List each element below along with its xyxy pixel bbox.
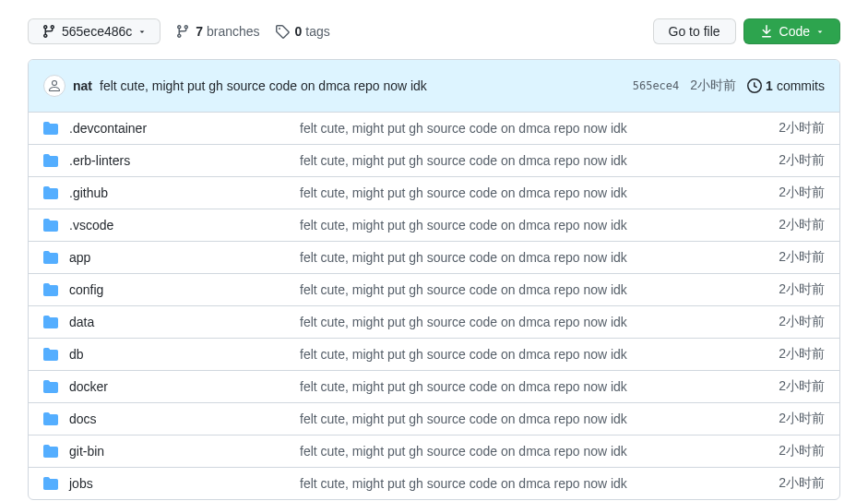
file-name[interactable]: docs (69, 412, 300, 426)
file-row: configfelt cute, might put gh source cod… (29, 274, 839, 306)
branches-link[interactable]: 7 branches (175, 24, 259, 39)
branch-name: 565ece486c (62, 24, 132, 39)
toolbar-left: 565ece486c 7 branches 0 tags (28, 18, 330, 44)
folder-icon (43, 121, 58, 136)
file-commit-message[interactable]: felt cute, might put gh source code on d… (300, 218, 764, 233)
file-time: 2小时前 (779, 152, 825, 169)
file-time: 2小时前 (779, 249, 825, 266)
avatar[interactable] (43, 75, 65, 97)
tag-icon (275, 24, 290, 39)
file-time: 2小时前 (779, 443, 825, 459)
file-name[interactable]: git-bin (69, 444, 300, 459)
file-row: datafelt cute, might put gh source code … (29, 306, 839, 339)
file-row: .githubfelt cute, might put gh source co… (29, 177, 839, 209)
history-icon (747, 78, 762, 93)
download-icon (759, 24, 774, 39)
file-commit-message[interactable]: felt cute, might put gh source code on d… (300, 282, 764, 297)
file-commit-message[interactable]: felt cute, might put gh source code on d… (300, 379, 764, 394)
file-time: 2小时前 (779, 281, 825, 298)
file-commit-message[interactable]: felt cute, might put gh source code on d… (300, 347, 764, 362)
folder-icon (43, 444, 58, 459)
file-commit-message[interactable]: felt cute, might put gh source code on d… (300, 153, 764, 168)
file-name[interactable]: .github (69, 185, 300, 200)
file-commit-message[interactable]: felt cute, might put gh source code on d… (300, 185, 764, 200)
file-time: 2小时前 (779, 346, 825, 363)
file-time: 2小时前 (779, 475, 825, 492)
latest-commit-bar: nat felt cute, might put gh source code … (29, 60, 839, 113)
commits-label: commits (777, 78, 825, 93)
tags-label: tags (305, 24, 329, 39)
file-name[interactable]: jobs (69, 476, 300, 491)
file-name[interactable]: .devcontainer (69, 121, 300, 136)
caret-down-icon (137, 27, 147, 36)
repo-toolbar: 565ece486c 7 branches 0 tags Go to file … (28, 18, 840, 44)
tags-count: 0 (295, 24, 303, 39)
file-commit-message[interactable]: felt cute, might put gh source code on d… (300, 412, 764, 426)
file-name[interactable]: docker (69, 379, 300, 394)
file-list: nat felt cute, might put gh source code … (28, 59, 840, 500)
folder-icon (43, 218, 58, 233)
commit-sha[interactable]: 565ece4 (633, 79, 680, 92)
file-row: .devcontainerfelt cute, might put gh sou… (29, 113, 839, 145)
code-button[interactable]: Code (743, 18, 840, 44)
folder-icon (43, 282, 58, 297)
file-name[interactable]: .vscode (69, 218, 300, 233)
file-commit-message[interactable]: felt cute, might put gh source code on d… (300, 315, 764, 329)
commits-count: 1 (766, 78, 773, 93)
branches-label: branches (207, 24, 260, 39)
branches-count: 7 (196, 24, 203, 39)
file-row: appfelt cute, might put gh source code o… (29, 242, 839, 274)
branch-select[interactable]: 565ece486c (28, 18, 161, 44)
commit-meta: 565ece4 2小时前 1 commits (633, 78, 825, 94)
file-time: 2小时前 (779, 411, 825, 427)
code-label: Code (779, 24, 810, 39)
file-time: 2小时前 (779, 378, 825, 395)
file-name[interactable]: db (69, 347, 300, 362)
file-row: dbfelt cute, might put gh source code on… (29, 339, 839, 371)
tags-link[interactable]: 0 tags (275, 24, 330, 39)
file-name[interactable]: config (69, 282, 300, 297)
file-time: 2小时前 (779, 217, 825, 233)
commit-author[interactable]: nat (73, 78, 92, 93)
file-row: jobsfelt cute, might put gh source code … (29, 468, 839, 499)
folder-icon (43, 476, 58, 491)
file-time: 2小时前 (779, 185, 825, 201)
file-row: docsfelt cute, might put gh source code … (29, 403, 839, 435)
toolbar-right: Go to file Code (653, 18, 841, 44)
file-name[interactable]: app (69, 250, 300, 265)
folder-icon (43, 347, 58, 362)
file-row: git-binfelt cute, might put gh source co… (29, 435, 839, 468)
file-commit-message[interactable]: felt cute, might put gh source code on d… (300, 250, 764, 265)
branch-icon (42, 24, 56, 39)
file-time: 2小时前 (779, 120, 825, 137)
file-row: .erb-lintersfelt cute, might put gh sour… (29, 145, 839, 177)
commit-time: 2小时前 (690, 78, 736, 94)
file-commit-message[interactable]: felt cute, might put gh source code on d… (300, 444, 764, 459)
folder-icon (43, 185, 58, 200)
folder-icon (43, 412, 58, 426)
commits-link[interactable]: 1 commits (747, 78, 825, 93)
file-time: 2小时前 (779, 314, 825, 330)
go-to-file-button[interactable]: Go to file (653, 18, 736, 44)
file-commit-message[interactable]: felt cute, might put gh source code on d… (300, 121, 764, 136)
folder-icon (43, 379, 58, 394)
caret-down-icon (815, 27, 825, 36)
commit-message[interactable]: felt cute, might put gh source code on d… (100, 78, 625, 93)
folder-icon (43, 153, 58, 168)
file-name[interactable]: data (69, 315, 300, 329)
folder-icon (43, 250, 58, 265)
file-row: dockerfelt cute, might put gh source cod… (29, 371, 839, 403)
folder-icon (43, 315, 58, 329)
branch-icon (175, 24, 190, 39)
file-row: .vscodefelt cute, might put gh source co… (29, 209, 839, 242)
file-commit-message[interactable]: felt cute, might put gh source code on d… (300, 476, 764, 491)
file-name[interactable]: .erb-linters (69, 153, 300, 168)
